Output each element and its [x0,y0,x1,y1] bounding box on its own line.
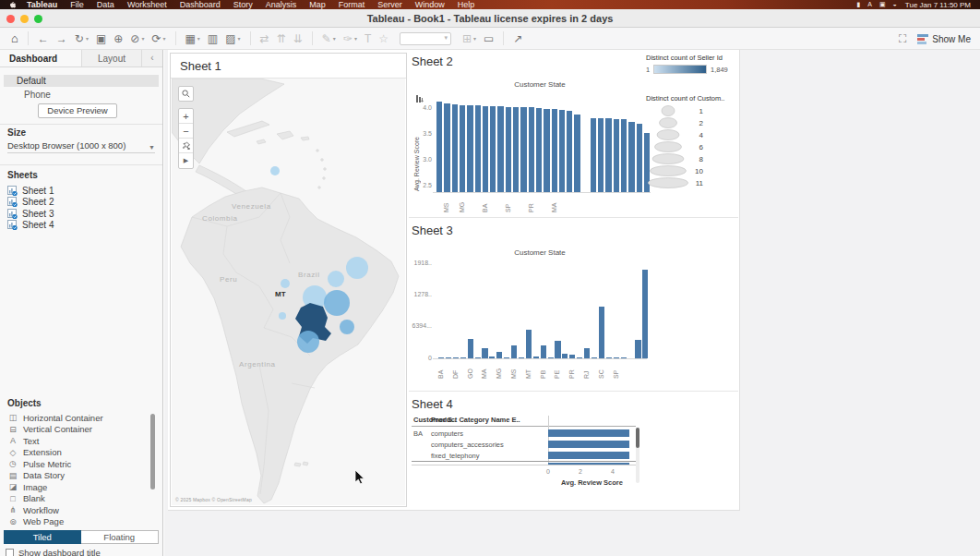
map-bubble-mark[interactable] [281,279,290,288]
sheet1-zone[interactable]: Sheet 1 [170,53,407,507]
sheet3-bar-mark[interactable] [599,307,604,358]
object-item-extension[interactable]: ◇Extension [7,447,149,459]
device-item-default[interactable]: Default [4,75,159,87]
table-row[interactable]: BAcomputers [412,428,636,439]
map-bubble-mark[interactable] [340,320,354,334]
sheet2-bar-mark[interactable] [483,106,488,192]
sheet2-bar-mark[interactable] [506,107,511,192]
menu-clock[interactable]: Tue Jan 7 11:50 PM [905,1,971,9]
menu-server[interactable]: Server [377,0,402,9]
map-bubble-mark[interactable] [328,271,344,287]
objects-scrollbar[interactable] [150,414,155,490]
sheet3-bar-mark[interactable] [541,345,546,358]
sheet2-bar-mark[interactable] [452,104,458,192]
zoom-home-button[interactable] [179,139,193,153]
cell-size-button[interactable]: ⊞▾ [459,28,480,50]
tiled-button[interactable]: Tiled [4,530,81,544]
object-item-web-page[interactable]: ⊚Web Page [7,516,149,528]
menu-file[interactable]: File [70,0,84,9]
screen-mirroring-icon[interactable]: ▣ [879,1,886,8]
share-button[interactable]: ↗ [509,28,526,50]
new-worksheet-button[interactable]: ▦▾ [182,28,204,50]
sheet2-bar-mark[interactable] [544,109,549,192]
object-item-blank[interactable]: □Blank [7,493,149,505]
run-auto-updates-button[interactable]: ⟳▾ [148,28,169,50]
show-me-button[interactable]: Show Me [917,34,971,44]
input-source-icon[interactable]: A [867,1,872,8]
device-preview-button[interactable]: Device Preview [38,103,117,118]
device-item-phone[interactable]: Phone [4,89,159,101]
sheet1-map[interactable]: VenezuelaColombiaPeruBrazilArgentina MT … [172,79,405,505]
floating-button[interactable]: Floating [81,530,160,544]
duplicate-sheet-button[interactable]: ▥ [204,28,221,50]
menu-format[interactable]: Format [339,0,365,9]
object-item-horizontal-container[interactable]: ◫Horizontal Container [7,412,149,424]
sheet2-plot[interactable] [436,94,651,192]
color-legend-gradient[interactable] [653,65,707,74]
map-bubble-mark[interactable] [324,290,350,316]
new-data-source-button[interactable]: ⊕ [110,28,126,50]
sheet2-bar-mark[interactable] [460,105,465,192]
map-bubble-mark[interactable] [270,166,280,175]
sheet2-bar-mark[interactable] [574,115,580,192]
sheet4-scrollbar-thumb[interactable] [636,428,639,448]
sheet2-bar-mark[interactable] [598,118,604,192]
sheet4-bar-mark[interactable] [548,441,629,448]
map-tools-expand-button[interactable]: ▶ [179,153,193,168]
show-mark-labels-button[interactable]: T [361,28,375,50]
clear-sheet-button[interactable]: ▨▾ [221,28,244,50]
map-bubble-mark[interactable] [279,312,286,320]
sheet-list-item-sheet-2[interactable]: Sheet 2 [7,197,155,209]
pause-auto-updates-button[interactable]: ⊘▾ [126,28,148,50]
sheet2-bar-mark[interactable] [520,107,526,192]
map-bubble-mark[interactable] [346,257,368,279]
object-item-text[interactable]: AText [7,435,149,447]
sheet2-bar-mark[interactable] [605,118,611,192]
object-item-workflow[interactable]: ⋔Workflow [7,504,149,516]
menu-analysis[interactable]: Analysis [266,0,297,9]
undo-redo-button[interactable]: ↻▾ [71,28,92,50]
sheet3-plot[interactable] [438,259,646,358]
battery-icon[interactable]: ▮ [856,1,860,8]
swap-rows-columns-button[interactable]: ⇄ [257,28,273,50]
sheet-list-item-sheet-4[interactable]: Sheet 4 [7,220,155,232]
menu-tableau[interactable]: Tableau [27,0,57,9]
tab-dashboard[interactable]: Dashboard [0,50,81,66]
sheet2-bar-mark[interactable] [591,118,596,192]
zoom-in-button[interactable]: + [179,109,193,124]
sheet2-bar-mark[interactable] [628,122,634,192]
size-dropdown[interactable]: Desktop Browser (1000 x 800) ▼ [7,139,155,153]
sheet2-bar-mark[interactable] [567,111,572,192]
back-button[interactable]: ← [34,28,53,50]
sheet2-bar-mark[interactable] [559,110,565,192]
save-button[interactable]: ▣ [92,28,110,50]
format-marks-button[interactable]: ✑▾ [340,28,361,50]
sheet3-bar-mark[interactable] [468,339,473,358]
sheet-list-item-sheet-3[interactable]: Sheet 3 [7,208,155,220]
menu-window[interactable]: Window [415,0,445,9]
sheet2-bar-mark[interactable] [497,106,503,192]
home-button[interactable]: ⌂ [7,28,22,50]
object-item-pulse-metric[interactable]: ◷Pulse Metric [7,458,149,470]
fix-axes-button[interactable]: ☆ [375,28,392,50]
sheet2-bar-mark[interactable] [475,105,481,192]
object-item-data-story[interactable]: ▤Data Story [7,470,149,482]
sheet3-zone[interactable]: Sheet 3 Customer State 1918..1278..6394.… [409,222,738,391]
sheet3-bar-mark[interactable] [496,352,502,358]
menu-dashboard[interactable]: Dashboard [180,0,221,9]
menu-help[interactable]: Help [458,0,475,9]
sheet2-bar-mark[interactable] [467,105,472,192]
sheet3-bar-mark[interactable] [482,348,487,358]
map-search-button[interactable] [178,86,194,102]
map-bubble-mark[interactable] [297,331,319,353]
menu-map[interactable]: Map [309,0,326,9]
sheet2-bar-mark[interactable] [637,124,642,192]
sheet2-bar-mark[interactable] [614,119,619,192]
zoom-out-button[interactable]: − [179,124,193,139]
control-center-icon[interactable]: ◒ [893,1,897,8]
sheet4-zone[interactable]: Sheet 4 Customer S.. Product Category Na… [409,395,738,511]
presentation-mode-button[interactable]: ▭ [480,28,497,50]
sheet2-bar-mark[interactable] [529,107,534,192]
sheet3-bar-mark[interactable] [526,330,532,358]
sort-ascending-button[interactable]: ⇈ [273,28,290,50]
